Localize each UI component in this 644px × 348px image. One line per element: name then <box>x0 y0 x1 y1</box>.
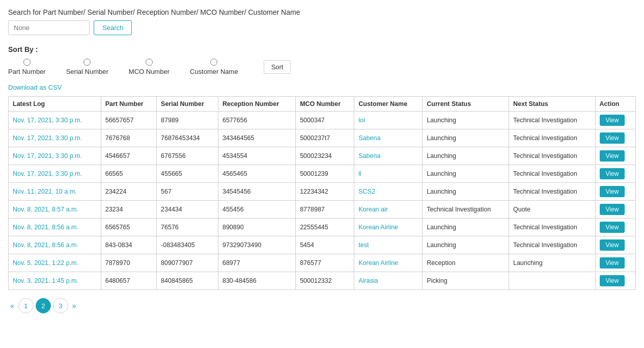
sort-option-mco-number[interactable]: MCO Number <box>129 59 170 75</box>
td-next-4: Technical Investigation <box>509 183 595 201</box>
page-button-3[interactable]: 3 <box>53 298 68 313</box>
sort-options-row: Part Number Serial Number MCO Number Cus… <box>8 59 636 75</box>
td-current-1: Launching <box>423 129 509 147</box>
td-part-4: 234224 <box>101 183 156 201</box>
td-reception-3: 4565465 <box>218 165 295 183</box>
td-reception-7: 97329073490 <box>218 236 295 254</box>
td-serial-3: 455665 <box>157 165 218 183</box>
td-log-4[interactable]: Nov. 11, 2021, 10 a.m. <box>9 183 101 201</box>
td-log-9[interactable]: Nov. 3, 2021, 1:45 p.m. <box>9 272 101 290</box>
search-button[interactable]: Search <box>94 20 132 35</box>
td-log-2[interactable]: Nov. 17, 2021, 3:30 p.m. <box>9 147 101 165</box>
view-button-7[interactable]: View <box>600 239 625 251</box>
td-mco-5: 8778987 <box>296 201 354 219</box>
view-button-2[interactable]: View <box>600 150 625 162</box>
td-log-3[interactable]: Nov. 17, 2021, 3:30 p.m. <box>9 165 101 183</box>
table-row: Nov. 5, 2021, 1:22 p.m. 7878970 80907790… <box>9 254 636 272</box>
sort-option-serial-number[interactable]: Serial Number <box>66 59 108 75</box>
td-reception-4: 34545456 <box>218 183 295 201</box>
td-customer-1: Sabena <box>354 129 423 147</box>
view-button-3[interactable]: View <box>600 168 625 179</box>
view-button-5[interactable]: View <box>600 204 625 215</box>
sort-label-customer-name: Customer Name <box>190 68 238 75</box>
td-log-5[interactable]: Nov. 8, 2021, 8:57 a.m. <box>9 201 101 219</box>
td-log-6[interactable]: Nov. 8, 2021, 8:56 a.m. <box>9 219 101 236</box>
results-table: Latest Log Part Number Serial Number Rec… <box>8 96 636 290</box>
td-part-2: 4546657 <box>101 147 156 165</box>
td-next-7: Technical Investigation <box>509 236 595 254</box>
td-reception-0: 6577656 <box>218 112 295 129</box>
td-reception-6: 890890 <box>218 219 295 236</box>
td-customer-0: lol <box>354 112 423 129</box>
sort-option-customer-name[interactable]: Customer Name <box>190 59 238 75</box>
td-current-4: Launching <box>423 183 509 201</box>
td-mco-0: 5000347 <box>296 112 354 129</box>
td-next-0: Technical Investigation <box>509 112 595 129</box>
td-mco-7: 5454 <box>296 236 354 254</box>
td-action-7[interactable]: View <box>595 236 635 254</box>
td-mco-9: 500012332 <box>296 272 354 290</box>
td-mco-4: 12234342 <box>296 183 354 201</box>
view-button-8[interactable]: View <box>600 257 625 269</box>
th-reception-number: Reception Number <box>218 97 295 112</box>
search-input[interactable] <box>8 20 90 35</box>
td-part-7: 843-0834 <box>101 236 156 254</box>
sort-by-label: Sort By : <box>8 45 636 53</box>
td-current-0: Launching <box>423 112 509 129</box>
td-action-1[interactable]: View <box>595 129 635 147</box>
sort-label-serial-number: Serial Number <box>66 68 108 75</box>
pagination-prev[interactable]: « <box>8 300 16 312</box>
td-action-2[interactable]: View <box>595 147 635 165</box>
td-mco-3: 50001239 <box>296 165 354 183</box>
td-reception-2: 4534554 <box>218 147 295 165</box>
page-button-1[interactable]: 1 <box>18 298 34 313</box>
td-customer-5: Korean air <box>354 201 423 219</box>
view-button-6[interactable]: View <box>600 222 625 233</box>
th-serial-number: Serial Number <box>157 97 218 112</box>
view-button-1[interactable]: View <box>600 132 625 144</box>
page-button-2[interactable]: 2 <box>36 298 51 313</box>
td-action-4[interactable]: View <box>595 183 635 201</box>
view-button-9[interactable]: View <box>600 275 625 286</box>
th-latest-log: Latest Log <box>9 97 101 112</box>
table-row: Nov. 17, 2021, 3:30 p.m. 66565 455665 45… <box>9 165 636 183</box>
td-action-8[interactable]: View <box>595 254 635 272</box>
td-customer-7: test <box>354 236 423 254</box>
td-serial-9: 840845865 <box>157 272 218 290</box>
td-log-8[interactable]: Nov. 5, 2021, 1:22 p.m. <box>9 254 101 272</box>
sort-option-part-number[interactable]: Part Number <box>8 59 46 75</box>
td-log-0[interactable]: Nov. 17, 2021, 3:30 p.m. <box>9 112 101 129</box>
td-next-6: Technical Investigation <box>509 219 595 236</box>
td-serial-6: 76576 <box>157 219 218 236</box>
td-current-8: Reception <box>423 254 509 272</box>
td-serial-1: 76876453434 <box>157 129 218 147</box>
th-action: Action <box>595 97 635 112</box>
th-customer-name: Customer Name <box>354 97 423 112</box>
view-button-0[interactable]: View <box>600 115 625 126</box>
csv-download-link[interactable]: Download as CSV <box>8 84 62 91</box>
td-serial-4: 567 <box>157 183 218 201</box>
table-row: Nov. 17, 2021, 3:30 p.m. 4546657 6767556… <box>9 147 636 165</box>
td-action-9[interactable]: View <box>595 272 635 290</box>
td-log-7[interactable]: Nov. 8, 2021, 8:56 a.m. <box>9 236 101 254</box>
td-serial-8: 809077907 <box>157 254 218 272</box>
td-mco-2: 500023234 <box>296 147 354 165</box>
td-customer-8: Korean Airline <box>354 254 423 272</box>
td-action-6[interactable]: View <box>595 219 635 236</box>
td-customer-9: Airasia <box>354 272 423 290</box>
td-reception-1: 343464565 <box>218 129 295 147</box>
td-action-5[interactable]: View <box>595 201 635 219</box>
search-label: Search for Part Number/ Serial Number/ R… <box>8 8 636 16</box>
td-log-1[interactable]: Nov. 17, 2021, 3:30 p.m. <box>9 129 101 147</box>
view-button-4[interactable]: View <box>600 186 625 197</box>
sort-button[interactable]: Sort <box>264 60 291 74</box>
pagination-next[interactable]: » <box>70 300 78 312</box>
table-row: Nov. 3, 2021, 1:45 p.m. 6480657 84084586… <box>9 272 636 290</box>
td-action-0[interactable]: View <box>595 112 635 129</box>
td-part-5: 23234 <box>101 201 156 219</box>
table-row: Nov. 17, 2021, 3:30 p.m. 56657657 87989 … <box>9 112 636 129</box>
td-customer-2: Sabena <box>354 147 423 165</box>
td-action-3[interactable]: View <box>595 165 635 183</box>
td-current-5: Technical Investigation <box>423 201 509 219</box>
th-current-status: Current Status <box>423 97 509 112</box>
